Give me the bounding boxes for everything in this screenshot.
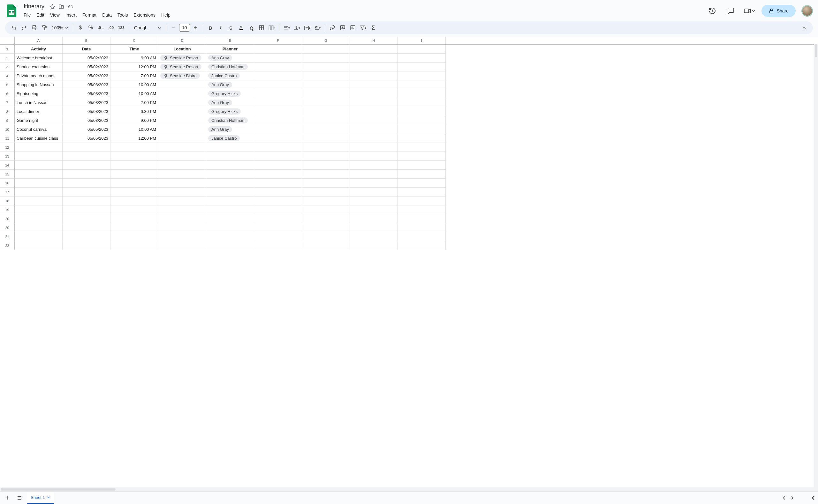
cell-empty[interactable]	[398, 54, 446, 63]
cell-date[interactable]: 05/03/2023	[63, 116, 110, 125]
zoom-select[interactable]: 100%	[50, 23, 70, 33]
cell-location[interactable]: Seaside Resort	[158, 63, 206, 71]
cell-location[interactable]: Seaside Bistro	[158, 71, 206, 80]
cell-empty[interactable]	[254, 196, 302, 205]
cell-empty[interactable]	[302, 89, 350, 98]
cell-empty[interactable]	[158, 223, 206, 232]
cell-empty[interactable]	[398, 107, 446, 116]
cell-empty[interactable]	[398, 161, 446, 170]
cell-empty[interactable]	[398, 170, 446, 179]
cell-empty[interactable]	[110, 214, 158, 223]
cell-planner[interactable]: Ann Gray	[206, 54, 254, 63]
cell-empty[interactable]	[254, 54, 302, 63]
cell-planner[interactable]: Ann Gray	[206, 80, 254, 89]
explore-collapse-button[interactable]	[811, 496, 815, 500]
cell-empty[interactable]	[206, 232, 254, 241]
filter-button[interactable]: ▾	[358, 23, 368, 33]
cell-planner[interactable]: Janice Castro	[206, 134, 254, 143]
insert-chart-button[interactable]	[348, 23, 358, 33]
row-header[interactable]: 8	[0, 107, 15, 116]
cell-empty[interactable]	[63, 170, 110, 179]
cell-empty[interactable]	[398, 143, 446, 152]
planner-chip[interactable]: Christian Hoffman	[208, 64, 248, 70]
cell-empty[interactable]	[110, 196, 158, 205]
cell-location[interactable]	[158, 116, 206, 125]
row-header[interactable]: 10	[0, 125, 15, 134]
location-chip[interactable]: Seaside Resort	[160, 55, 201, 61]
cell-empty[interactable]	[63, 152, 110, 161]
cell-empty[interactable]	[350, 161, 398, 170]
column-header-C[interactable]: C	[110, 37, 158, 44]
cell-empty[interactable]	[398, 98, 446, 107]
cell-time[interactable]: 6:30 PM	[110, 107, 158, 116]
row-header[interactable]: 6	[0, 89, 15, 98]
cell-empty[interactable]	[302, 205, 350, 214]
cell-empty[interactable]	[254, 223, 302, 232]
cell-planner[interactable]: Christian Hoffman	[206, 63, 254, 71]
cell-activity[interactable]: Coconut carnival	[15, 125, 63, 134]
cell-time[interactable]: 10:00 AM	[110, 125, 158, 134]
cell-empty[interactable]	[254, 143, 302, 152]
cell-time[interactable]: 7:00 PM	[110, 71, 158, 80]
row-header[interactable]: 13	[0, 152, 15, 161]
merge-cells-button[interactable]: ▾	[267, 23, 277, 33]
cell-empty[interactable]	[350, 205, 398, 214]
cell-empty[interactable]	[350, 116, 398, 125]
decrease-decimal-button[interactable]: .0 ↓	[96, 23, 106, 33]
cell-location[interactable]	[158, 134, 206, 143]
cell-empty[interactable]	[15, 161, 63, 170]
cell-empty[interactable]	[350, 196, 398, 205]
header-cell[interactable]	[302, 45, 350, 54]
fill-color-button[interactable]	[247, 23, 256, 33]
cell-empty[interactable]	[350, 152, 398, 161]
account-avatar[interactable]	[801, 5, 813, 17]
cell-empty[interactable]	[398, 205, 446, 214]
cell-empty[interactable]	[158, 143, 206, 152]
strikethrough-button[interactable]: S	[226, 23, 236, 33]
cell-date[interactable]: 05/02/2023	[63, 63, 110, 71]
cell-planner[interactable]: Janice Castro	[206, 71, 254, 80]
cell-empty[interactable]	[254, 205, 302, 214]
cell-empty[interactable]	[302, 98, 350, 107]
cell-activity[interactable]: Snorkle excursion	[15, 63, 63, 71]
more-formats-button[interactable]: 123	[116, 23, 126, 33]
cell-empty[interactable]	[110, 161, 158, 170]
cell-empty[interactable]	[398, 125, 446, 134]
bold-button[interactable]: B	[206, 23, 215, 33]
column-header-B[interactable]: B	[63, 37, 110, 44]
row-header[interactable]: 11	[0, 134, 15, 143]
cell-empty[interactable]	[158, 214, 206, 223]
cell-activity[interactable]: Welcome breakfast	[15, 54, 63, 63]
row-header[interactable]: 3	[0, 63, 15, 71]
cell-empty[interactable]	[302, 196, 350, 205]
cell-empty[interactable]	[206, 143, 254, 152]
cell-planner[interactable]: Gregory Hicks	[206, 89, 254, 98]
cell-empty[interactable]	[254, 152, 302, 161]
move-icon[interactable]	[58, 4, 64, 10]
column-header-D[interactable]: D	[158, 37, 206, 44]
cell-empty[interactable]	[110, 223, 158, 232]
cell-empty[interactable]	[398, 196, 446, 205]
row-header[interactable]: 5	[0, 80, 15, 89]
cell-planner[interactable]: Christian Hoffman	[206, 116, 254, 125]
row-header[interactable]: 19	[0, 205, 15, 214]
cell-empty[interactable]	[254, 71, 302, 80]
cell-empty[interactable]	[206, 241, 254, 250]
cell-empty[interactable]	[350, 63, 398, 71]
planner-chip[interactable]: Ann Gray	[208, 82, 232, 88]
cell-empty[interactable]	[206, 196, 254, 205]
row-header[interactable]: 2	[0, 54, 15, 63]
decrease-font-size-button[interactable]: −	[169, 23, 178, 33]
menu-data[interactable]: Data	[100, 11, 114, 19]
header-cell[interactable]: Planner	[206, 45, 254, 54]
cell-empty[interactable]	[302, 125, 350, 134]
cell-empty[interactable]	[254, 188, 302, 196]
history-button[interactable]	[706, 4, 719, 17]
row-header[interactable]: 17	[0, 188, 15, 196]
cell-empty[interactable]	[302, 161, 350, 170]
row-header[interactable]: 7	[0, 98, 15, 107]
cell-empty[interactable]	[302, 170, 350, 179]
app-logo[interactable]	[5, 4, 18, 17]
menu-file[interactable]: File	[21, 11, 33, 19]
add-sheet-button[interactable]: +	[3, 493, 12, 503]
